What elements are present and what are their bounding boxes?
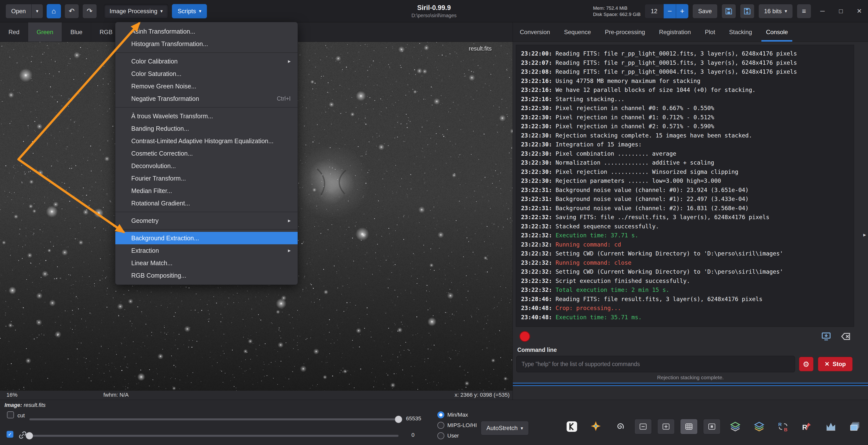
menu-item-banding-reduction[interactable]: Banding Reduction... — [115, 122, 298, 135]
layers-diamond-alt-icon[interactable] — [750, 417, 768, 436]
close-button[interactable]: ✕ — [852, 0, 867, 23]
left-tab-red[interactable]: Red — [0, 23, 28, 41]
quick-save-button[interactable] — [721, 4, 736, 19]
open-dropdown-caret[interactable]: ▾ — [32, 4, 43, 19]
home-button[interactable]: ⌂ — [46, 4, 61, 19]
console-line: 23:22:16: Starting stacking... — [521, 95, 849, 104]
zoom-in-view-icon[interactable] — [657, 419, 675, 434]
image-stack-icon[interactable] — [845, 417, 864, 436]
right-tab-plot[interactable]: Plot — [698, 23, 722, 41]
threads-decrease-button[interactable]: − — [663, 4, 676, 19]
console-log[interactable]: 23:22:00: Reading FITS: file r_pp_light_… — [516, 45, 854, 327]
undo-button[interactable]: ↶ — [64, 4, 79, 19]
scripts-menu-button[interactable]: Scripts ▾ — [172, 4, 207, 19]
radio-min-max[interactable]: Min/Max — [437, 411, 468, 418]
menu-item-histogram-transformation[interactable]: Histogram Transformation... — [115, 38, 298, 50]
backspace-icon — [841, 331, 851, 342]
console-line: 23:40:48: Crop: processing... — [521, 304, 849, 313]
console-line: 23:22:32: Stacked sequence successfully. — [521, 222, 849, 231]
submenu-arrow-icon: ▸ — [288, 58, 291, 64]
autostretch-label: AutoStretch — [487, 424, 518, 432]
working-directory: D:\perso\siril\images — [411, 13, 457, 19]
left-tab-green[interactable]: Green — [28, 23, 62, 41]
floppy-arrow-icon — [743, 7, 751, 15]
export-log-button[interactable] — [820, 330, 833, 343]
layers-diamond-icon[interactable] — [726, 417, 744, 436]
menu-item-fourier-transform[interactable]: Fourier Transform... — [115, 172, 298, 185]
low-cut-slider[interactable] — [29, 435, 399, 437]
stop-label: Stop — [833, 360, 846, 368]
menu-item-extraction[interactable]: Extraction▸ — [115, 244, 298, 257]
high-cut-slider-handle[interactable] — [395, 416, 402, 423]
menu-item-negative-transformation[interactable]: Negative TransformationCtrl+I — [115, 92, 298, 105]
minimize-button[interactable]: ─ — [815, 0, 830, 23]
hamburger-menu-button[interactable]: ≡ — [797, 4, 811, 19]
right-tab-console[interactable]: Console — [759, 23, 795, 41]
histogram-icon[interactable] — [822, 417, 840, 436]
high-cut-slider[interactable] — [29, 418, 399, 420]
right-tab-sequence[interactable]: Sequence — [557, 23, 598, 41]
svg-text:R: R — [802, 423, 807, 431]
pixel-grid-icon[interactable] — [680, 419, 698, 434]
menu-item-linear-match[interactable]: Linear Match... — [115, 257, 298, 269]
menu-item-color-calibration[interactable]: Color Calibration▸ — [115, 55, 298, 67]
image-processing-menu-button[interactable]: Image Processing ▾ — [104, 4, 168, 19]
menu-item-trous-wavelets-transform[interactable]: À trous Wavelets Transform... — [115, 110, 298, 122]
console-line: 23:22:00: Reading FITS: file r_pp_light_… — [521, 49, 849, 58]
fit-view-icon[interactable] — [634, 419, 652, 434]
disk-space: Disk Space: 662.9 GiB — [593, 11, 641, 18]
bit-depth-dropdown[interactable]: 16 bits ▾ — [758, 4, 793, 19]
menu-item-deconvolution[interactable]: Deconvolution... — [115, 160, 298, 172]
spiral-icon[interactable] — [611, 417, 629, 436]
menu-item-cosmetic-correction[interactable]: Cosmetic Correction... — [115, 147, 298, 160]
console-line: 23:22:32: Execution time: 37.71 s. — [521, 231, 849, 240]
rb-channel-swap-icon[interactable]: RB — [774, 417, 792, 436]
open-button[interactable]: Open — [5, 4, 32, 19]
command-gear-button[interactable]: ⚙ — [799, 357, 813, 371]
redo-button[interactable]: ↷ — [83, 4, 97, 19]
link-icon[interactable] — [18, 430, 27, 440]
r-pin-icon[interactable]: R — [798, 417, 816, 436]
image-filename-overlay: result.fits — [469, 45, 492, 52]
autostretch-dropdown[interactable]: AutoStretch ▾ — [481, 421, 529, 435]
menu-item-median-filter[interactable]: Median Filter... — [115, 185, 298, 197]
right-tab-conversion[interactable]: Conversion — [513, 23, 557, 41]
linked-channels-checkbox[interactable]: ✓ — [6, 431, 13, 438]
memory-info: Mem: 752.4 MiB Disk Space: 662.9 GiB — [593, 5, 641, 18]
right-tab-stacking[interactable]: Stacking — [722, 23, 759, 41]
clear-console-button[interactable] — [840, 330, 852, 343]
app-badge-icon[interactable] — [563, 417, 581, 436]
image-processing-label: Image Processing — [110, 8, 157, 15]
console-line: 23:22:30: Pixel rejection ........... Wi… — [521, 167, 849, 177]
right-tab-pre-processing[interactable]: Pre-processing — [598, 23, 652, 41]
command-input[interactable] — [516, 356, 795, 372]
menu-item-rotational-gradient[interactable]: Rotational Gradient... — [115, 197, 298, 210]
menu-item-asinh-transformation[interactable]: Asinh Transformation... — [115, 25, 298, 38]
menu-item-geometry[interactable]: Geometry▸ — [115, 214, 298, 227]
radio-mips-lo-hi[interactable]: MIPS-LO/HI — [437, 422, 477, 429]
one-to-one-view-icon[interactable] — [703, 419, 720, 434]
menu-item-remove-green-noise[interactable]: Remove Green Noise... — [115, 80, 298, 92]
console-line: 23:22:32: Total execution time: 2 min 15… — [521, 285, 849, 295]
window-title: Siril-0.99.9 — [411, 4, 457, 12]
maximize-button[interactable]: □ — [834, 0, 848, 23]
menu-item-color-saturation[interactable]: Color Saturation... — [115, 67, 298, 80]
threads-increase-button[interactable]: + — [676, 4, 688, 19]
save-button[interactable]: Save — [692, 4, 718, 19]
left-tab-blue[interactable]: Blue — [62, 23, 91, 41]
panel-expander[interactable]: ▸ — [863, 231, 866, 238]
menu-item-background-extraction[interactable]: Background Extraction... — [115, 232, 298, 244]
cut-checkbox[interactable] — [7, 411, 14, 418]
radio-user[interactable]: User — [437, 432, 459, 439]
menu-item-contrast-limited-adaptive-histogram-equalization[interactable]: Contrast-Limited Adaptive Histogram Equa… — [115, 135, 298, 147]
undo-icon: ↶ — [69, 7, 74, 15]
save-as-button[interactable] — [740, 4, 754, 19]
stop-button[interactable]: ✕ Stop — [818, 357, 852, 371]
stop-process-button[interactable] — [519, 331, 530, 342]
right-tab-registration[interactable]: Registration — [652, 23, 698, 41]
color-star-icon[interactable] — [587, 417, 605, 436]
menu-item-rgb-compositing[interactable]: RGB Compositing... — [115, 269, 298, 282]
console-line: 23:22:32: Setting CWD (Current Working D… — [521, 249, 849, 258]
command-line-label: Command line — [513, 346, 868, 356]
console-line: 23:22:16: Using 47758 MB memory maximum … — [521, 76, 849, 86]
